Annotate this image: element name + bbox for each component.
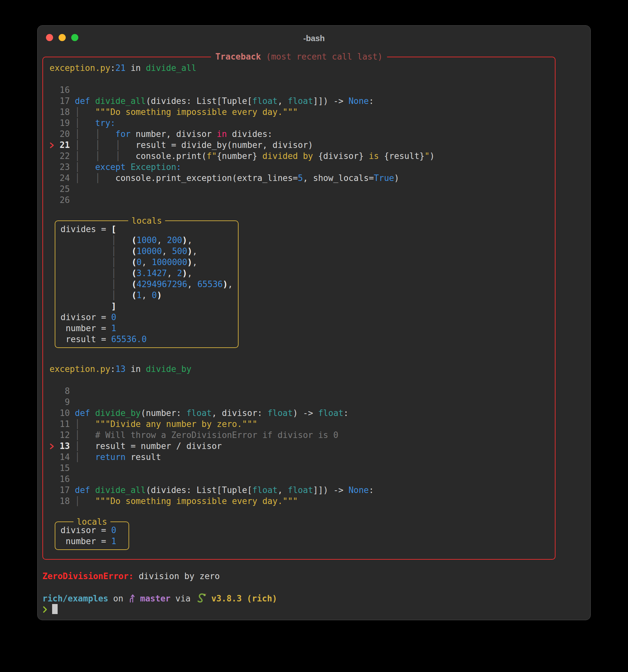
code-segment: float	[252, 485, 277, 495]
shell-input-line[interactable]	[42, 604, 586, 615]
code-segment: exception.py	[50, 364, 111, 374]
code-segment: 1000000	[152, 257, 188, 267]
code-segment: """Divide any number by zero."""	[95, 419, 257, 429]
code-segment: """Do something impossible every day."""	[95, 496, 298, 506]
code-segment: float	[267, 408, 293, 418]
marker-gutter	[50, 118, 59, 128]
line-number: 22	[59, 151, 75, 161]
code-segment: │ │	[75, 129, 115, 139]
code-segment: float	[318, 408, 343, 418]
line-number: 8	[59, 386, 75, 396]
code-segment: [	[111, 224, 117, 234]
code-segment: ,	[187, 235, 192, 245]
prompt-arrow-icon	[42, 605, 48, 616]
code-line: 18 │ """Do something impossible every da…	[50, 496, 550, 507]
line-number: 18	[59, 107, 75, 117]
code-segment: :	[111, 63, 116, 73]
line-number: 17	[59, 96, 75, 106]
traceback-subtitle: (most recent call last)	[266, 52, 383, 62]
exception-text	[134, 571, 139, 581]
code-segment: │	[61, 246, 131, 256]
code-segment: float	[187, 408, 212, 418]
blank-line	[50, 353, 550, 363]
code-segment: def	[75, 96, 90, 106]
locals-line: │ (1000, 200),	[61, 235, 233, 246]
marker-gutter	[50, 85, 59, 95]
locals-line: │ (3.1427, 2),	[61, 268, 233, 279]
code-segment: (	[131, 246, 137, 256]
locals-panel: localsdivides = [ │ (1000, 200), │ (1000…	[55, 220, 239, 348]
code-line: 21 │ │ │ result = divide_by(number, divi…	[50, 140, 550, 150]
error-line-marker-icon	[50, 440, 59, 452]
window-title: -bash	[38, 33, 590, 44]
locals-line: │ (4294967296, 65536),	[61, 279, 233, 290]
code-segment: (	[131, 235, 137, 245]
code-segment: ,	[162, 246, 172, 256]
code-segment: │ │	[75, 173, 115, 183]
error-line-marker-icon	[50, 140, 59, 150]
code-segment	[90, 485, 95, 495]
code-segment: │	[75, 496, 95, 506]
code-segment: 1	[137, 290, 142, 300]
code-segment: "	[425, 151, 430, 161]
locals-line: divisor = 0	[61, 312, 233, 323]
code-segment: result = number / divisor	[95, 441, 222, 451]
code-segment	[90, 408, 95, 418]
locals-line: │ (0, 1000000),	[61, 257, 233, 268]
locals-line: │ (10000, 500),	[61, 246, 233, 257]
code-segment: 65536.0	[111, 334, 147, 344]
code-segment: {result}	[384, 151, 425, 161]
code-segment: float	[252, 96, 277, 106]
locals-line: result = 65536.0	[61, 334, 233, 345]
code-segment: 1	[111, 323, 117, 333]
code-segment: │	[61, 257, 131, 267]
code-segment: 4294967296	[137, 279, 188, 289]
terminal-cursor[interactable]	[52, 604, 57, 614]
code-segment: in	[126, 364, 146, 374]
code-segment: :	[111, 364, 116, 374]
locals-line: number = 1	[61, 536, 123, 547]
code-segment: # Will throw a ZeroDivisionError if divi…	[95, 430, 338, 440]
code-segment: 1	[111, 536, 117, 546]
code-segment: return	[95, 452, 126, 462]
code-segment: ,	[187, 268, 192, 278]
code-segment: in	[217, 129, 227, 139]
locals-panel-title: locals	[128, 215, 165, 226]
marker-gutter	[50, 128, 59, 140]
code-segment: 21	[116, 63, 126, 73]
code-line: 19 │ try:	[50, 118, 550, 128]
screen: -bash Traceback (most recent call last) …	[0, 0, 628, 672]
code-segment: (	[131, 268, 137, 278]
git-branch-icon	[128, 593, 135, 606]
terminal-content: Traceback (most recent call last) except…	[38, 57, 590, 615]
line-number: 26	[59, 195, 75, 205]
code-segment: 3.1427	[137, 268, 167, 278]
prompt-path: rich/examples	[42, 594, 108, 603]
code-segment: )	[157, 290, 162, 300]
shell-prompt-line: rich/examplesonmasterviav3.8.3 (rich)	[42, 593, 586, 604]
code-segment: (	[131, 290, 137, 300]
code-segment: )	[223, 279, 228, 289]
marker-gutter	[50, 474, 59, 485]
code-segment: None	[348, 485, 369, 495]
code-segment	[90, 96, 95, 106]
code-segment: divides	[61, 224, 96, 234]
marker-gutter	[50, 150, 59, 162]
code-segment: ,	[167, 268, 177, 278]
code-segment: """Do something impossible every day."""	[95, 107, 298, 117]
code-segment: exception.py	[50, 63, 111, 73]
code-segment: │	[61, 279, 131, 289]
code-segment	[126, 162, 131, 172]
code-segment: )	[182, 235, 188, 245]
code-segment: divides:	[227, 129, 272, 139]
code-segment: ) ->	[293, 408, 318, 418]
code-segment	[61, 302, 111, 311]
line-number: 14	[59, 452, 75, 462]
code-segment: float	[288, 96, 313, 106]
code-segment: result	[61, 334, 96, 344]
marker-gutter	[50, 95, 59, 106]
marker-gutter	[50, 485, 59, 496]
code-line: 17 def divide_all(divides: List[Tuple[fl…	[50, 485, 550, 496]
marker-gutter	[50, 386, 59, 397]
code-segment: 1000	[137, 235, 157, 245]
